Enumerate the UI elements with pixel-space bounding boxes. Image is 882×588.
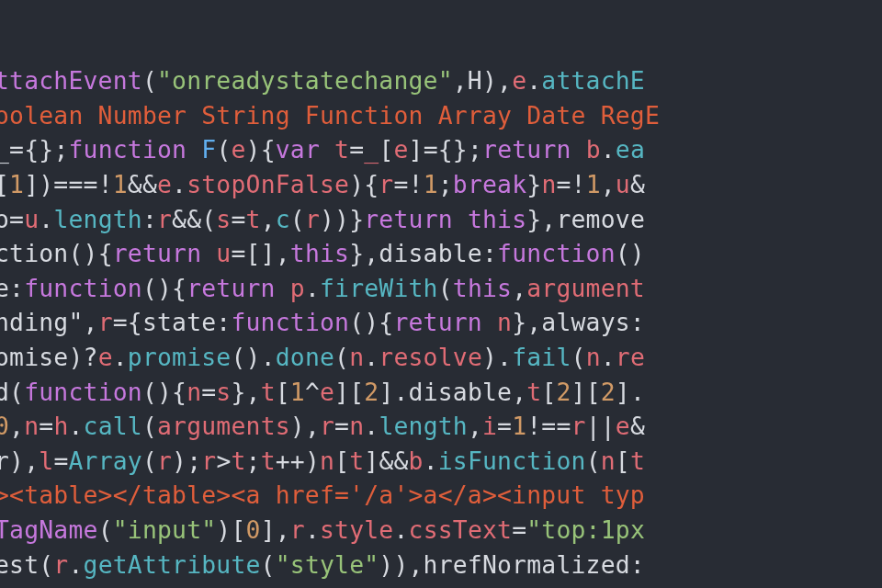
code-token: },always: [512, 308, 645, 336]
code-token: "input" [113, 515, 217, 544]
code-token: n [24, 412, 39, 440]
code-token: 0 [246, 515, 261, 544]
code-token: r [320, 412, 334, 440]
code-token: ), [9, 447, 39, 475]
code-token: Array [68, 447, 141, 475]
code-token: !== [526, 412, 571, 440]
code-token: argument [526, 274, 645, 302]
code-token: done [276, 343, 334, 371]
code-token: i [482, 412, 497, 440]
code-token: 1 [113, 170, 128, 198]
code-token: [ [379, 135, 393, 164]
code-token: e [98, 343, 113, 371]
code-token: n [320, 447, 334, 475]
code-token: ][ [334, 378, 364, 406]
code-token: )),hrefNormalized: [379, 550, 645, 579]
code-token: e: [0, 274, 24, 302]
code-token [276, 274, 290, 302]
code-token: r [157, 205, 172, 233]
code-token: b [409, 447, 424, 475]
code-token: (){ [142, 274, 187, 302]
code-token: arguments [157, 412, 290, 440]
code-token: [ [276, 378, 290, 406]
code-token: r [571, 412, 586, 440]
code-token [320, 135, 334, 164]
code-token: }, [231, 378, 260, 406]
code-line: est(r.getAttribute("style")),hrefNormali… [0, 548, 882, 582]
code-token: 2 [556, 378, 571, 406]
code-token: t [526, 378, 541, 406]
code-token: ]= [409, 135, 438, 164]
code-token: "top:1px [526, 515, 645, 544]
code-token: u [216, 239, 231, 267]
code-token: [ [616, 447, 630, 475]
code-token: > [216, 447, 231, 475]
code-token: ( [334, 343, 349, 371]
code-token [201, 239, 216, 267]
code-token: r [53, 550, 68, 579]
code-token: function [24, 274, 142, 302]
code-token: e [393, 135, 408, 164]
code-token: = [39, 412, 53, 440]
code-token: n [497, 308, 512, 336]
code-token [453, 205, 468, 233]
code-token: () [616, 239, 645, 267]
code-token: b [586, 135, 601, 164]
code-token: (). [231, 343, 275, 371]
code-token: {} [24, 135, 53, 164]
code-token: 1 [424, 170, 438, 198]
code-token: [ [541, 378, 556, 406]
code-token: r [290, 515, 305, 544]
code-token: ( [438, 274, 453, 302]
code-token: 1 [9, 170, 24, 198]
code-token: t [261, 447, 276, 475]
code-token: . [424, 447, 438, 475]
code-token: l [39, 447, 53, 475]
code-token: h [53, 412, 68, 440]
code-token: , [84, 308, 98, 336]
code-token: ; [53, 135, 68, 164]
code-token: ( [142, 412, 157, 440]
code-token: (){ [349, 308, 393, 336]
code-token: this [290, 239, 349, 267]
code-token: , [261, 205, 276, 233]
code-token: s [216, 205, 231, 233]
code-token [187, 135, 201, 164]
code-token: e [512, 66, 526, 95]
code-token: n [541, 170, 556, 198]
code-line: TagName("input")[0],r.style.cssText="top… [0, 513, 882, 548]
code-token: . [364, 343, 379, 371]
code-line: nding",r={state:function(){return n},alw… [0, 305, 882, 340]
code-token: _ [364, 135, 379, 164]
code-token: (){ [68, 239, 112, 267]
code-token: {} [438, 135, 468, 164]
code-token [571, 135, 586, 164]
code-token: oolean Number String Function Array Date… [0, 101, 660, 130]
code-token: stopOnFalse [187, 170, 349, 198]
code-token: = [53, 447, 68, 475]
code-token: n [349, 412, 364, 440]
code-token: 2 [601, 378, 616, 406]
code-token: s [216, 378, 231, 406]
code-token: 1 [586, 170, 601, 198]
code-token: return [364, 205, 453, 233]
code-token: function [68, 135, 187, 164]
code-line: ttachEvent("onreadystatechange",H),e.att… [0, 63, 882, 98]
code-token: } [526, 170, 541, 198]
code-token: n [586, 343, 601, 371]
code-token [482, 308, 497, 336]
code-token: ( [586, 447, 601, 475]
code-token: fail [512, 343, 571, 371]
code-token: ].disable, [379, 378, 526, 406]
code-token: . [305, 274, 320, 302]
code-token: r [98, 308, 113, 336]
code-token: TagName [0, 515, 98, 544]
code-token: = [201, 378, 216, 406]
code-token: . [172, 170, 187, 198]
code-token: ){ [246, 135, 276, 164]
code-token: =! [556, 170, 585, 198]
code-token: cssText [409, 515, 513, 544]
code-token: )[ [216, 515, 245, 544]
code-token: r [201, 447, 216, 475]
code-token: n [187, 378, 201, 406]
